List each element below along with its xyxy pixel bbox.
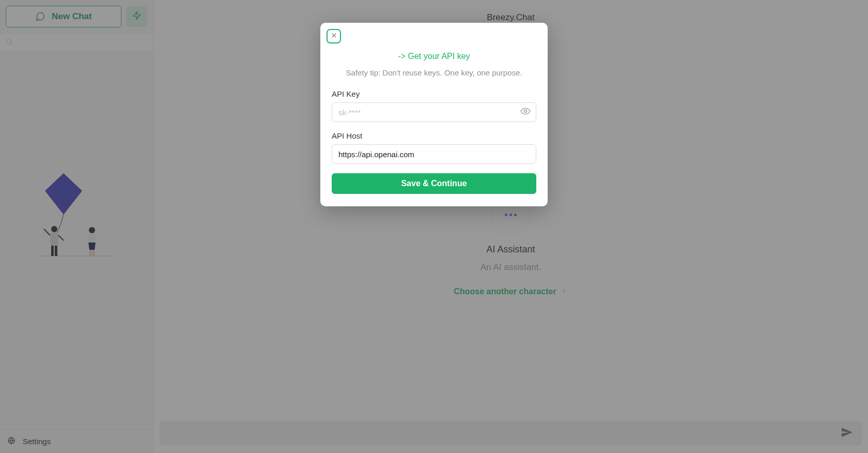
modal-close-button[interactable]: [327, 29, 341, 43]
modal-overlay[interactable]: -> Get your API key Safety tip: Don't re…: [0, 0, 868, 453]
eye-icon: [520, 106, 531, 118]
app-root: New Chat: [0, 0, 868, 453]
api-host-label: API Host: [332, 131, 536, 140]
close-icon: [331, 32, 337, 41]
api-key-label: API Key: [332, 89, 536, 98]
api-host-input[interactable]: [332, 144, 536, 164]
modal-body: -> Get your API key Safety tip: Don't re…: [332, 52, 536, 194]
safety-tip: Safety tip: Don't reuse keys. One key, o…: [332, 68, 536, 77]
get-api-key-link[interactable]: -> Get your API key: [332, 52, 536, 61]
api-key-modal: -> Get your API key Safety tip: Don't re…: [320, 23, 548, 206]
api-key-input[interactable]: [332, 102, 536, 122]
api-key-input-wrap: [332, 102, 536, 122]
api-host-input-wrap: [332, 144, 536, 164]
save-continue-button[interactable]: Save & Continue: [332, 173, 536, 194]
toggle-visibility-button[interactable]: [519, 105, 532, 119]
svg-point-17: [524, 110, 527, 113]
